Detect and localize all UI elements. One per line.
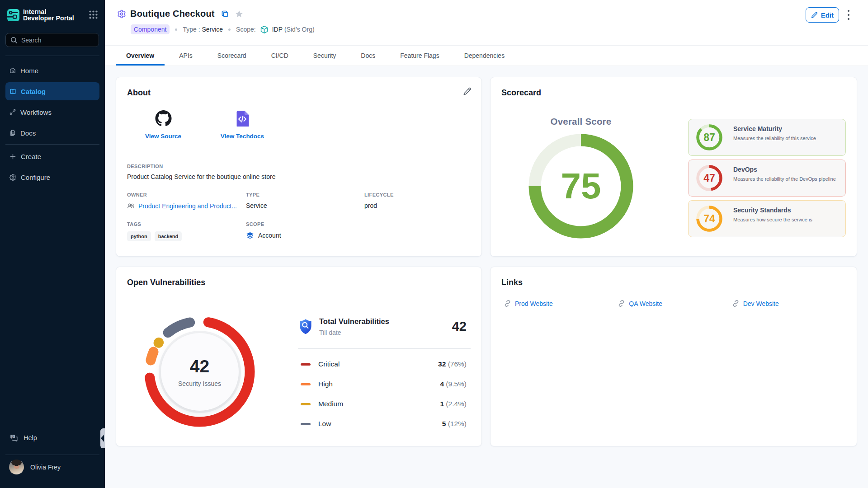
svg-text:?: ? [12,434,14,438]
